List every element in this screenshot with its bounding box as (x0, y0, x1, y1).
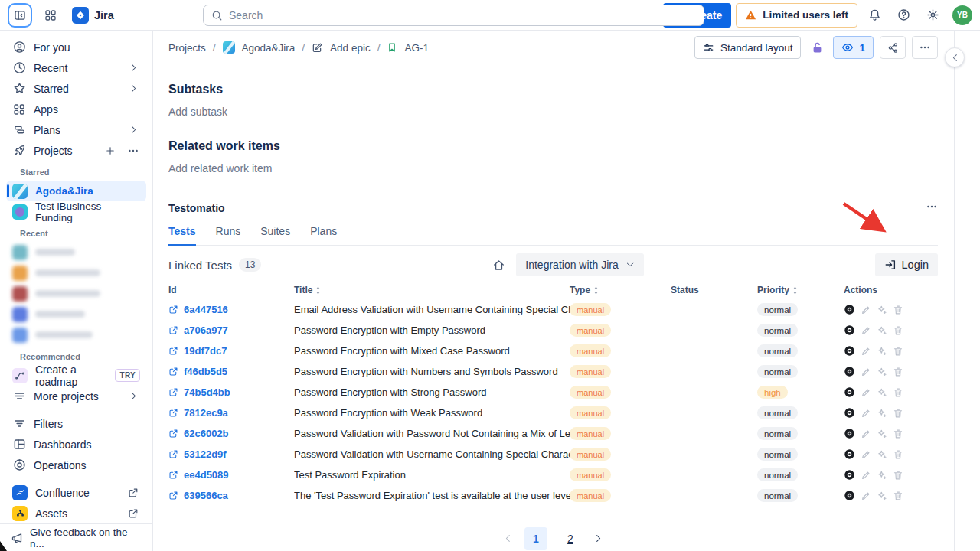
add-related-work-item-link[interactable]: Add related work item (168, 162, 938, 174)
edit-test-button[interactable] (861, 387, 871, 398)
generate-test-button[interactable] (877, 429, 887, 439)
sidebar-item-confluence[interactable]: Confluence (6, 482, 146, 503)
edit-test-button[interactable] (861, 449, 871, 460)
breadcrumb-add-epic[interactable]: Add epic (330, 42, 371, 54)
generate-test-button[interactable] (877, 387, 887, 398)
test-id-link[interactable]: ee4d5089 (168, 469, 294, 481)
view-test-button[interactable] (844, 407, 855, 419)
view-test-button[interactable] (844, 490, 855, 501)
sidebar-item-for-you[interactable]: For you (6, 37, 146, 57)
sidebar-item-projects[interactable]: Projects (6, 140, 146, 161)
testomatio-more-button[interactable] (926, 201, 938, 215)
edit-test-button[interactable] (861, 346, 871, 357)
login-button[interactable]: Login (875, 253, 938, 276)
test-id-link[interactable]: f46db5d5 (168, 366, 294, 377)
tab-suites[interactable]: Suites (260, 225, 290, 246)
tab-runs[interactable]: Runs (216, 225, 241, 246)
delete-test-button[interactable] (893, 387, 903, 398)
test-id-link[interactable]: a706a977 (168, 324, 294, 336)
view-test-button[interactable] (844, 469, 855, 481)
app-switcher-button[interactable] (38, 3, 63, 28)
sidebar-project-test-ibusiness-funding[interactable]: Test iBusiness Funding (6, 201, 146, 222)
sidebar-recent-item-3[interactable] (6, 283, 146, 304)
delete-test-button[interactable] (893, 367, 903, 377)
delete-test-button[interactable] (893, 449, 903, 460)
test-id-link[interactable]: 53122d9f (168, 448, 294, 460)
view-test-button[interactable] (844, 304, 855, 315)
view-test-button[interactable] (844, 324, 855, 336)
view-test-button[interactable] (844, 428, 855, 439)
sidebar-recent-item-5[interactable] (6, 324, 146, 345)
sidebar-item-recent[interactable]: Recent (6, 57, 146, 78)
delete-test-button[interactable] (893, 408, 903, 419)
page-button-1[interactable]: 1 (524, 527, 547, 550)
view-test-button[interactable] (844, 366, 855, 377)
edit-test-button[interactable] (861, 429, 871, 439)
sidebar-item-more-projects[interactable]: More projects (6, 386, 146, 406)
sidebar-recent-item-4[interactable] (6, 304, 146, 324)
delete-test-button[interactable] (893, 429, 903, 439)
edit-test-button[interactable] (861, 305, 871, 315)
integration-dropdown[interactable]: Integration with Jira (516, 253, 643, 276)
generate-test-button[interactable] (877, 470, 887, 481)
generate-test-button[interactable] (877, 449, 887, 460)
column-header-title[interactable]: Title (294, 285, 570, 295)
add-project-button[interactable] (103, 145, 117, 156)
test-id-link[interactable]: 639566ca (168, 490, 294, 501)
test-id-link[interactable]: 62c6002b (168, 428, 294, 439)
sidebar-item-assets[interactable]: Assets (6, 503, 146, 523)
tab-tests[interactable]: Tests (168, 225, 196, 246)
sidebar-item-dashboards[interactable]: Dashboards (6, 434, 146, 455)
previous-page-button[interactable] (503, 533, 513, 546)
generate-test-button[interactable] (877, 305, 887, 315)
edit-test-button[interactable] (861, 470, 871, 481)
test-id-link[interactable]: 7812ec9a (168, 407, 294, 419)
delete-test-button[interactable] (893, 470, 903, 481)
collapse-panel-button[interactable] (945, 47, 965, 67)
notifications-button[interactable] (862, 3, 887, 28)
sidebar-recent-item-1[interactable] (6, 242, 146, 262)
delete-test-button[interactable] (893, 325, 903, 336)
edit-test-button[interactable] (861, 325, 871, 336)
delete-test-button[interactable] (893, 305, 903, 315)
give-feedback-button[interactable]: Give feedback on the n... (0, 523, 152, 551)
edit-test-button[interactable] (861, 491, 871, 501)
page-button-2[interactable]: 2 (559, 527, 582, 550)
edit-test-button[interactable] (861, 367, 871, 377)
layout-button[interactable]: Standard layout (694, 36, 802, 59)
view-test-button[interactable] (844, 386, 855, 398)
help-button[interactable] (891, 3, 916, 28)
watchers-button[interactable]: 1 (833, 36, 874, 59)
generate-test-button[interactable] (877, 367, 887, 377)
breadcrumb-issue-key[interactable]: AG-1 (404, 42, 429, 54)
view-test-button[interactable] (844, 345, 855, 357)
test-id-link[interactable]: 19df7dc7 (168, 345, 294, 357)
generate-test-button[interactable] (877, 408, 887, 419)
sidebar-recent-item-2[interactable] (6, 262, 146, 283)
edit-test-button[interactable] (861, 408, 871, 419)
breadcrumb-projects[interactable]: Projects (168, 42, 206, 54)
more-actions-button[interactable] (912, 36, 938, 59)
test-id-link[interactable]: 6a447516 (168, 304, 294, 315)
unlock-button[interactable] (807, 36, 827, 59)
test-id-link[interactable]: 74b5d4bb (168, 386, 294, 398)
projects-more-button[interactable] (126, 145, 140, 157)
generate-test-button[interactable] (877, 346, 887, 357)
breadcrumb-project[interactable]: Agoda&Jira (242, 42, 296, 54)
sidebar-project-agoda-jira[interactable]: Agoda&Jira (6, 181, 146, 201)
generate-test-button[interactable] (877, 491, 887, 501)
generate-test-button[interactable] (877, 325, 887, 336)
limited-users-button[interactable]: Limited users left (736, 3, 858, 28)
search-box[interactable] (203, 5, 704, 26)
home-button[interactable] (492, 259, 505, 272)
jira-logo[interactable]: Jira (69, 7, 117, 24)
delete-test-button[interactable] (893, 491, 903, 501)
search-input[interactable] (229, 9, 696, 21)
avatar[interactable]: YB (952, 5, 972, 25)
view-test-button[interactable] (844, 448, 855, 460)
sidebar-item-apps[interactable]: Apps (6, 99, 146, 119)
column-header-type[interactable]: Type (570, 285, 671, 295)
sidebar-item-operations[interactable]: Operations (6, 455, 146, 475)
sidebar-item-plans[interactable]: Plans (6, 119, 146, 140)
next-page-button[interactable] (593, 533, 603, 546)
